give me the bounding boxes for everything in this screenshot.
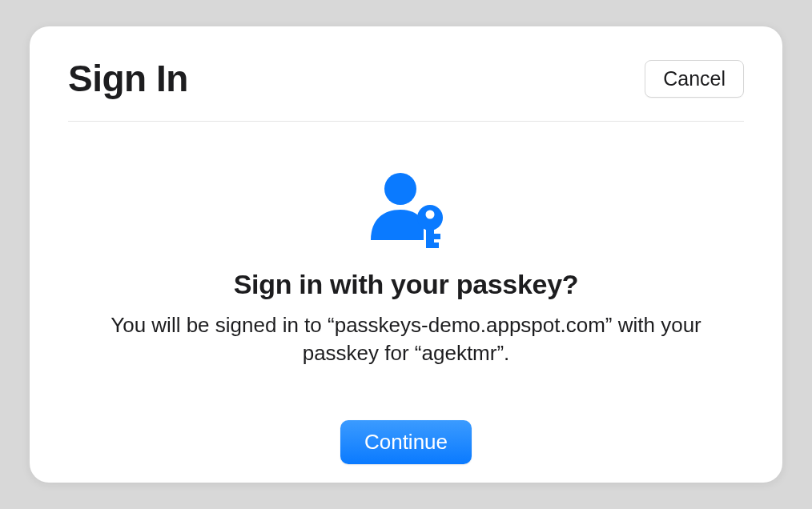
dialog-content: Sign in with your passkey? You will be s… [68,122,744,464]
svg-point-0 [384,173,416,205]
prompt-title: Sign in with your passkey? [234,269,579,300]
dialog-header: Sign In Cancel [68,57,744,122]
sign-in-dialog: Sign In Cancel Sign in with your passkey… [30,26,782,483]
svg-rect-3 [426,227,434,248]
cancel-button[interactable]: Cancel [645,60,744,98]
prompt-description: You will be signed in to “passkeys-demo.… [102,311,710,367]
dialog-title: Sign In [68,57,188,100]
svg-rect-4 [434,234,440,239]
svg-rect-5 [434,242,439,248]
passkey-icon [361,168,451,254]
svg-point-2 [426,210,435,219]
continue-button[interactable]: Continue [340,420,472,464]
